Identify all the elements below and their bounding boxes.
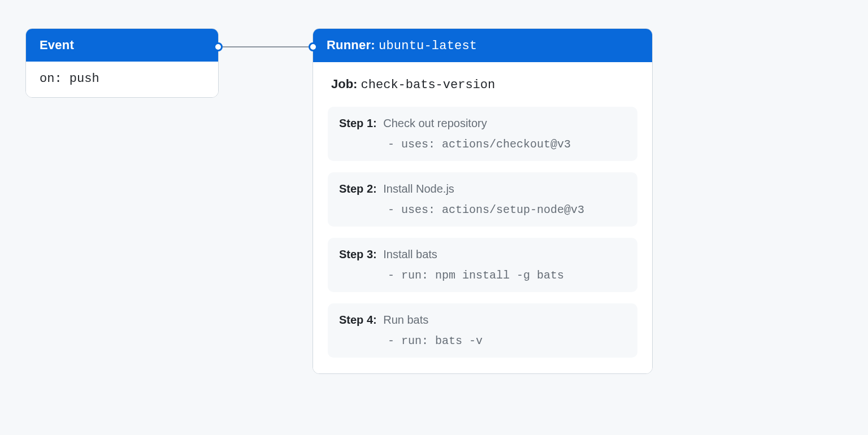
step-name: Check out repository — [383, 117, 487, 129]
diagram-canvas: Event on: push Runner: ubuntu-latest Job… — [0, 0, 868, 435]
step-card: Step 3: Install bats - run: npm install … — [328, 238, 637, 292]
event-trigger-value: push — [70, 72, 99, 86]
step-label: Step 2: — [339, 182, 377, 195]
runner-header-value: ubuntu-latest — [379, 39, 477, 53]
step-card: Step 2: Install Node.js - uses: actions/… — [328, 172, 637, 227]
job-title: Job: check-bats-version — [331, 77, 637, 92]
step-label: Step 3: — [339, 248, 377, 260]
runner-body: Job: check-bats-version Step 1: Check ou… — [313, 62, 652, 373]
job-label: Job: — [331, 77, 357, 91]
job-name: check-bats-version — [361, 78, 496, 92]
runner-header-label: Runner: — [327, 38, 375, 52]
step-label: Step 4: — [339, 314, 377, 326]
step-name: Install bats — [383, 248, 437, 260]
connector-dot-right — [309, 42, 318, 51]
step-card: Step 1: Check out repository - uses: act… — [328, 107, 637, 161]
step-name: Install Node.js — [383, 182, 454, 195]
step-detail: - uses: actions/setup-node@v3 — [339, 203, 626, 216]
connector-dot-left — [214, 42, 223, 51]
event-body: on: push — [26, 62, 218, 97]
event-card: Event on: push — [25, 28, 219, 98]
step-detail: - uses: actions/checkout@v3 — [339, 138, 626, 151]
step-label: Step 1: — [339, 117, 377, 129]
event-trigger-key: on: — [40, 72, 62, 86]
step-name: Run bats — [383, 314, 428, 326]
steps-list: Step 1: Check out repository - uses: act… — [328, 107, 637, 358]
runner-header: Runner: ubuntu-latest — [313, 29, 652, 62]
step-detail: - run: npm install -g bats — [339, 269, 626, 282]
event-header: Event — [26, 29, 218, 62]
step-detail: - run: bats -v — [339, 334, 626, 347]
connector-line — [218, 46, 313, 47]
runner-card: Runner: ubuntu-latest Job: check-bats-ve… — [313, 28, 653, 374]
step-card: Step 4: Run bats - run: bats -v — [328, 303, 637, 358]
